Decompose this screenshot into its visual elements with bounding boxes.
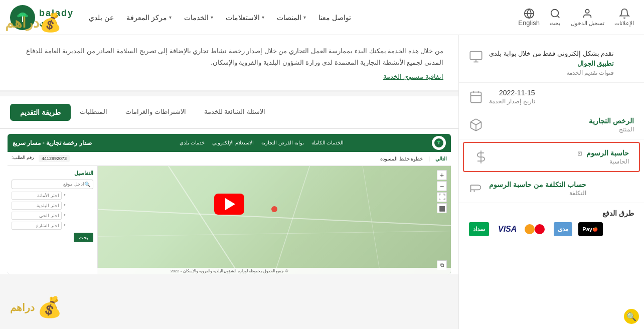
nav-user-icon[interactable]: تسجيل الدخول [571,8,604,27]
nav-item-contact[interactable]: تواصل معنا [318,14,351,22]
apply-button[interactable]: طريقة التقديم [10,104,71,121]
sadad-text: سداد [473,226,485,233]
zoom-indicator[interactable]: 🔍 [624,309,639,324]
svg-point-1 [551,10,559,17]
map-fullscreen-button[interactable]: ⛶ [437,192,447,202]
street-input[interactable] [12,222,62,230]
product-subtitle: المنتج [489,126,634,133]
electronic-sub-text: قنوات تقديم الخدمة [489,69,614,76]
ref-label: رقم الطلب: [12,155,34,162]
content-area: من خلال هذه الخدمة يمكنك البدء بممارسة ا… [0,35,458,329]
inner-copyright-bar: © جميع الحقوق محفوظة لوزارة الشؤون البلد… [8,268,451,274]
svg-point-23 [437,140,440,142]
next-step-btn[interactable]: التالي [435,156,447,161]
nav-item-about[interactable]: عن بلدي [89,14,114,22]
nav-item-knowledge[interactable]: ▾ مركز المعرفة [126,14,172,22]
location-search-input[interactable] [15,182,84,187]
municipality-input[interactable] [12,202,62,210]
inner-nav-item-2: بوابة الفرص التجارية [261,140,304,145]
top-navigation: 💰 دراهم الإعلانات تسجيل الدخول بحث Engli… [0,0,644,35]
tabs-wrapper: الاسئلة الشائعة للخدمة الاشتراطات والغرا… [0,96,458,274]
svg-line-24 [169,166,239,274]
date-value: 2022-11-15 [489,89,535,97]
left-sidebar: تقدم بشكل إلكتروني فقط من خلال بوابة بلد… [458,35,644,329]
map-zoom-in-button[interactable]: + [437,170,447,180]
municipality-field-row: * [12,202,93,210]
inner-subnav-left: التالي | خطوة حفظ المسودة [380,156,447,161]
nav-item-inquiries[interactable]: ▾ الاستعلامات [226,14,264,22]
mobile-app-text: تطبيق الجوال [577,60,614,67]
map-roads-svg [98,166,451,274]
payment-methods-section: طرق الدفع 🍎 Pay مدى VISA [459,203,644,242]
nav-right: تواصل معنا ▾ المنصات ▾ الاستعلامات ▾ الخ… [10,5,351,30]
tab-faq[interactable]: الاسئلة الشائعة للخدمة [195,104,274,120]
calendar-icon [469,90,483,104]
search-icon-label: بحث [550,20,560,27]
nav-left-icons: 💰 دراهم الإعلانات تسجيل الدخول بحث Engli… [518,8,634,27]
riyal-icon [469,182,483,196]
form-title: التفاصيل [12,170,93,177]
sidebar-electronic-item: تقدم بشكل إلكتروني فقط من خلال بوابة بلد… [459,43,644,83]
fee-calc-subtitle: الحاسبة [494,158,629,165]
inner-main-area: + − ⛶ ▦ ⧉ التفاصيل 🔍 [8,166,451,274]
fee-calc-content: حاسبة الرسوم ⊡ الحاسبة [494,149,629,165]
visa-text: VISA [498,225,517,234]
electronic-main-text: تقدم بشكل إلكتروني فقط من خلال بوابة بلد… [489,49,614,68]
sidebar-product-item[interactable]: الرخص التجارية المنتج [459,111,644,139]
inner-subnav: التالي | خطوة حفظ المسودة 4412992073 رقم… [8,152,451,166]
ref-value: 4412992073 [39,155,70,162]
user-icon-label: تسجيل الدخول [571,20,604,27]
tab-requirements[interactable]: المتطلبات [71,104,116,120]
municipality-required-label: * [64,203,66,208]
svg-line-2 [557,16,559,18]
neighborhood-input[interactable] [12,212,62,220]
dollar-icon [474,150,488,164]
map-controls: + − ⛶ ▦ [437,170,447,213]
mastercard-logo [526,222,548,236]
svg-line-25 [274,166,309,274]
english-language-button[interactable]: English [518,8,540,27]
date-label: تاريخ إصدار الخدمة [489,98,535,105]
nav-bell-icon[interactable]: الإعلانات [614,8,634,27]
map-zoom-out-button[interactable]: − [437,181,447,191]
inner-nav-item-4: خدمات بلدي [180,140,205,145]
amanah-required-label: * [64,193,66,198]
nav-search-icon[interactable]: بحث [550,8,561,27]
visa-logo: VISA [495,222,520,236]
sidebar-fee-calculator-item[interactable]: حاسبة الرسوم ⊡ الحاسبة [463,142,640,172]
form-search-button[interactable]: بحث [74,233,93,242]
tabs-header: الاسئلة الشائعة للخدمة الاشتراطات والغرا… [0,96,458,129]
service-level-agreement-link[interactable]: اتفاقية مستوى الخدمة [15,73,443,80]
platforms-chevron: ▾ [303,15,306,20]
inner-nav-logo [432,136,446,150]
sidebar-date-item: 2022-11-15 تاريخ إصدار الخدمة [459,83,644,111]
nav-item-services[interactable]: ▾ الخدمات [184,14,213,22]
location-search-box[interactable]: 🔍 [12,180,93,189]
youtube-play-button[interactable] [214,194,244,215]
map-location-marker [271,206,277,212]
map-layers-button[interactable]: ▦ [437,203,447,213]
cost-title: حساب التكلفة من حاسبة الرسوم [489,181,586,189]
inner-screenshot-title: صدار رخصة تجارية - مسار سريع [13,139,92,146]
main-navigation-menu: تواصل معنا ▾ المنصات ▾ الاستعلامات ▾ الخ… [89,14,351,22]
inner-nav: الخدمات الكاملة بوابة الفرص التجارية الا… [8,134,451,152]
logo-en: balady [39,8,74,19]
tab-conditions[interactable]: الاشتراطات والغرامات [116,104,195,120]
street-field-row: * [12,222,93,230]
amanah-input[interactable] [12,192,62,200]
sidebar-cost-item[interactable]: حساب التكلفة من حاسبة الرسوم التكلفة [459,175,644,203]
map-background [98,166,451,274]
inner-nav-item-3: الاستعلام الإلكتروني [212,140,254,145]
mada-logo: مدى [554,222,572,236]
site-logo[interactable]: balady بلدي [10,5,74,30]
services-chevron: ▾ [211,15,213,20]
nav-item-platforms[interactable]: ▾ المنصات [277,14,306,22]
youtube-play-triangle [225,198,235,210]
cost-content: حساب التكلفة من حاسبة الرسوم التكلفة [489,181,586,197]
cube-icon [469,118,483,132]
inner-nav-items: الخدمات الكاملة بوابة الفرص التجارية الا… [180,140,344,145]
service-preview-area: الخدمات الكاملة بوابة الفرص التجارية الا… [8,134,451,274]
english-label: English [518,19,540,27]
svg-line-27 [98,231,451,236]
fee-calc-title: حاسبة الرسوم ⊡ [494,149,629,157]
